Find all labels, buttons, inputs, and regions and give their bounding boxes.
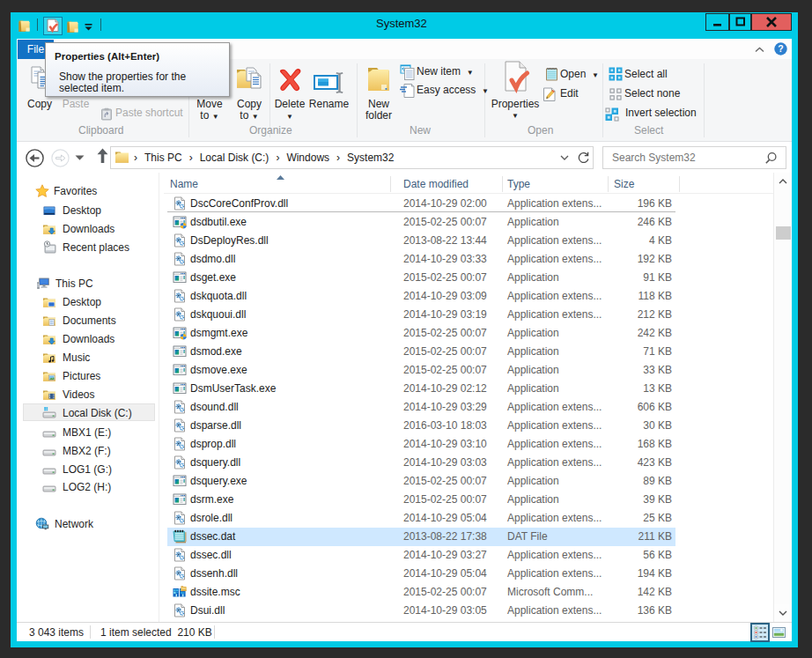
svg-text:?: ?: [778, 43, 783, 54]
